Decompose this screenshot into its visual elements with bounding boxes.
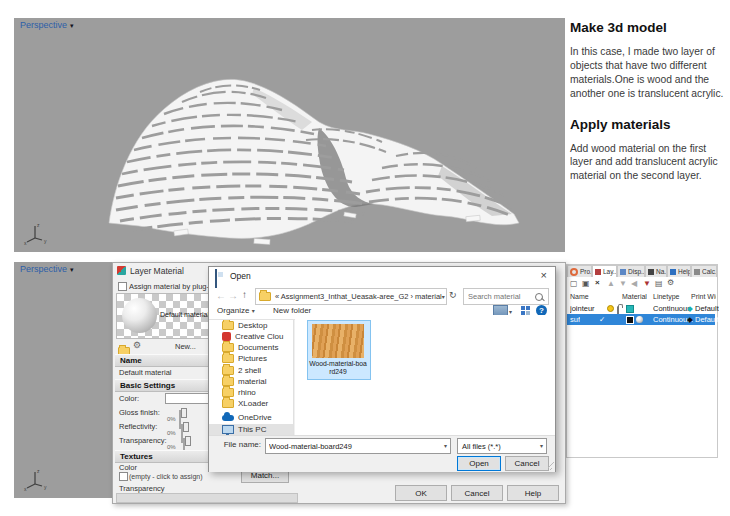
collapse-icon[interactable]: ◀ [631,280,637,288]
layer-name[interactable]: jointeur [570,304,595,313]
print-width-diamond-icon: ◆ [687,315,693,324]
vray-icon [117,266,126,275]
open-button[interactable]: Open [457,456,501,471]
sidebar-item-creative-cloud[interactable]: Creative Clou [209,331,293,342]
viewport-bottom-title[interactable]: Perspective ▾ [20,264,74,274]
sidebar-item-label: Creative Clou [235,332,283,341]
file-name-input[interactable] [266,441,444,452]
delete-layer-icon[interactable]: × [595,279,600,287]
move-up-icon[interactable]: ▲ [607,280,615,288]
layer-print-width[interactable]: Default [695,304,719,313]
layer-row-suf-selected[interactable]: suf ✓ Continuou... ◆ Default [567,314,715,325]
layer-color-swatch[interactable] [626,316,634,324]
file-name-combo[interactable]: ▾ [265,438,451,454]
folder-icon [222,377,234,386]
tab-layers[interactable]: Lay... [592,265,617,277]
folder-icon [222,321,234,330]
column-material[interactable]: Material [622,293,647,300]
column-name[interactable]: Name [570,293,589,300]
tab-label: Calc... [702,268,717,275]
tab-named-views[interactable]: Na... [645,265,667,277]
ok-button[interactable]: OK [395,485,447,501]
file-list-area[interactable]: Wood-material-board249 [295,315,555,435]
layer-row-jointeur[interactable]: jointeur Continuous ◆ Default [567,303,715,314]
refresh-icon[interactable]: ↻ [449,290,457,300]
up-icon[interactable]: ↑ [242,290,247,300]
new-material-button[interactable]: New... [175,342,196,351]
section-name: Name [115,354,214,367]
column-print-width[interactable]: Print Wid [691,293,716,300]
material-preview[interactable]: Default material [116,293,210,339]
layer-linetype[interactable]: Continuous [653,304,691,313]
new-sublayer-icon[interactable]: ▣ [582,280,590,288]
tools-gear-icon[interactable]: ⚙ [667,279,674,287]
new-folder-button[interactable]: New folder [273,306,311,315]
axis-gizmo: z x y [22,467,52,493]
cancel-button[interactable]: Cancel [505,456,549,471]
file-name-label: File name: [217,440,261,449]
axis-gizmo: z x y [22,221,52,247]
texture-color-checkbox[interactable] [119,472,128,481]
material-preview-sphere [122,298,157,333]
viewport-top[interactable]: Perspective ▾ [14,18,565,252]
sheet-icon[interactable]: ▤ [655,280,663,288]
move-down-icon[interactable]: ▼ [619,280,627,288]
sidebar-item-this-pc[interactable]: This PC [209,424,293,435]
breadcrumb-path[interactable]: « Assignment3_Inthat_Ueasak-aree_G2 › ma… [275,292,442,301]
file-type-select[interactable]: All files (*.*) ▾ [457,438,547,454]
svg-text:x: x [24,240,27,246]
layer-name[interactable]: suf [570,315,580,324]
breadcrumb-caret-icon[interactable]: ▾ [442,294,445,300]
sidebar-item-documents[interactable]: Documents [209,342,293,353]
help-button[interactable]: Help [507,485,559,501]
organize-menu[interactable]: Organize ▾ [217,306,255,315]
article-paragraph-2: Add wood material on the first layer and… [570,142,728,184]
section-textures: Textures [115,450,214,463]
file-item-name: Wood-material-board249 [309,360,367,376]
sidebar-item-material[interactable]: material [209,376,293,387]
material-preview-name: Default material [160,311,209,318]
folder-icon [222,388,234,397]
sidebar-item-xloader[interactable]: XLoader [209,398,293,409]
sidebar-item-onedrive[interactable]: OneDrive [209,412,293,423]
layer-color-swatch[interactable] [626,305,634,313]
gear-icon[interactable]: ⚙ [133,341,141,350]
this-pc-icon [222,425,234,434]
gloss-finish-value: 0% [167,416,176,422]
section-basic-settings: Basic Settings [115,379,214,392]
open-dialog: Open × ← → ↑ « Assignment3_Inthat_Ueasak… [208,266,556,472]
search-input[interactable] [464,292,535,301]
color-swatch[interactable] [165,393,209,404]
layer-print-width[interactable]: Default [695,315,719,324]
sidebar-item-desktop[interactable]: Desktop [209,320,293,331]
resize-grip[interactable] [546,462,554,470]
texture-empty-label[interactable]: (empty - click to assign) [129,473,203,480]
assign-plugin-checkbox[interactable] [118,282,127,291]
tab-calc[interactable]: Calc... [691,265,717,277]
tab-properties[interactable]: Pro... [567,265,592,277]
texture-transparency-slot[interactable] [116,493,298,503]
new-layer-icon[interactable]: ▢ [570,280,578,288]
cancel-button[interactable]: Cancel [451,485,503,501]
material-name-value[interactable]: Default material [119,368,172,377]
layer-on-bulb-icon[interactable] [607,305,614,312]
column-linetype[interactable]: Linetype [653,293,679,300]
chevron-down-icon[interactable]: ▾ [70,266,74,273]
search-box[interactable] [463,288,549,305]
file-name-caret-icon[interactable]: ▾ [444,443,447,449]
file-item-selected[interactable]: Wood-material-board249 [307,320,371,380]
back-icon[interactable]: ← [216,291,226,301]
layer-material-sphere-icon[interactable] [636,316,643,323]
organize-label: Organize [217,306,249,315]
sidebar-item-pictures[interactable]: Pictures [209,353,293,364]
search-icon [535,293,543,301]
close-icon[interactable]: × [541,269,547,281]
tab-display[interactable]: Disp... [617,265,645,277]
breadcrumb[interactable]: « Assignment3_Inthat_Ueasak-aree_G2 › ma… [255,288,447,305]
sidebar-item-rhino[interactable]: rhino [209,387,293,398]
sidebar-item-2-shell[interactable]: 2 shell [209,365,293,376]
tab-help[interactable]: Help [667,265,691,277]
onedrive-cloud-icon [222,415,234,421]
filter-icon[interactable]: ▼ [643,280,651,288]
forward-icon[interactable]: → [228,291,238,301]
